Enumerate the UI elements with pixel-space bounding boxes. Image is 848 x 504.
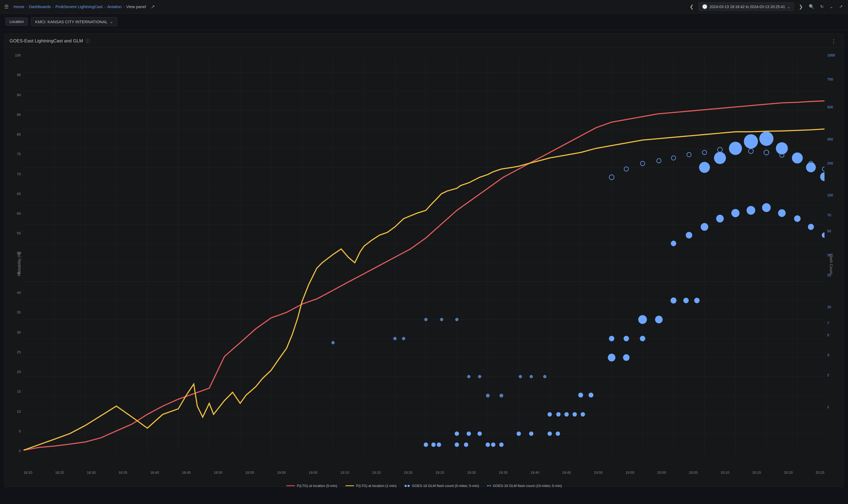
panel-menu-button[interactable]: ⋮	[829, 37, 838, 45]
glm-dot	[806, 162, 816, 172]
legend-red-label: P(LTG) at location (5-min)	[297, 484, 337, 488]
glm-dot	[794, 215, 800, 222]
glm-dot	[670, 298, 676, 303]
zoom-out-button[interactable]: 🔍	[808, 3, 815, 10]
glm-dot	[714, 152, 726, 164]
glm-dot-outline	[687, 152, 691, 157]
glm-dot	[393, 337, 396, 340]
glm-dot-outline	[657, 159, 661, 163]
legend-blue-5mi-label: GOES-16 GLM flash count (5-miles; 5-min)	[412, 484, 479, 488]
glm-dot	[556, 412, 561, 416]
time-range-dropdown-icon[interactable]: ⌄	[787, 5, 791, 9]
breadcrumb-aviation[interactable]: Aviation	[107, 4, 122, 9]
panel-title: GOES-East LightningCast and GLM	[10, 38, 83, 44]
chart-svg	[23, 53, 825, 453]
glm-dot	[747, 206, 755, 215]
nav-prev-button[interactable]: ❮	[689, 3, 695, 11]
glm-dot	[716, 215, 724, 222]
glm-dot	[671, 241, 676, 246]
glm-dot	[609, 336, 614, 341]
glm-dot	[729, 142, 742, 155]
legend-blue-dots-5mi: GOES-16 GLM flash count (5-miles; 5-min)	[405, 484, 479, 488]
glm-dot	[578, 393, 583, 397]
glm-dot	[694, 298, 700, 303]
glm-dot	[623, 354, 630, 361]
glm-dot	[486, 394, 490, 398]
topbar-right: ❮ 🕐 2024-03-13 18:16:42 to 2024-03-13 20…	[689, 2, 844, 11]
glm-dot	[477, 431, 482, 436]
legend-blue-dots-10mi: GOES-16 GLM flash count (10-miles; 5-min…	[487, 484, 562, 488]
glm-dot	[548, 412, 552, 416]
glm-dot	[699, 162, 710, 173]
glm-dot	[491, 443, 495, 447]
location-bar: Location KMCI: KANSAS CITY INTERNATIONAL…	[0, 14, 848, 30]
glm-dot	[588, 393, 594, 397]
legend-yellow-line: P(LTG) at location (1-min)	[346, 484, 396, 488]
breadcrumb-dashboards[interactable]: Dashboards	[29, 4, 51, 9]
glm-dot	[564, 412, 569, 416]
chevron-down-icon: ⌄	[110, 19, 113, 24]
chart-legend: P(LTG) at location (5-min) P(LTG) at loc…	[5, 481, 843, 493]
glm-dot	[684, 298, 689, 303]
fullscreen-button[interactable]: ↗	[838, 3, 844, 10]
glm-dot-outline	[748, 148, 754, 154]
chart-panel: GOES-East LightningCast and GLM ⓘ ⋮ 100 …	[4, 33, 844, 487]
glm-dot	[701, 223, 708, 231]
glm-dot	[548, 431, 552, 436]
legend-blue-10mi-label: GOES-16 GLM flash count (10-miles; 5-min…	[493, 484, 562, 488]
glm-dot	[731, 209, 739, 217]
glm-dot	[759, 131, 773, 146]
glm-dot	[623, 336, 629, 341]
refresh-button[interactable]: ↻	[819, 3, 825, 10]
legend-dot-swatch-outline	[487, 485, 491, 486]
glm-dot	[485, 443, 490, 447]
glm-dot	[655, 316, 662, 324]
clock-icon: 🕐	[702, 4, 707, 9]
time-range-label: 2024-03-13 18:16:42 to 2024-03-13 20:25:…	[710, 5, 785, 9]
glm-dot	[744, 134, 758, 148]
glm-dot	[822, 232, 825, 238]
glm-dot	[437, 443, 441, 447]
glm-dot	[464, 443, 468, 447]
glm-dot	[792, 152, 802, 163]
legend-yellow-line-swatch	[346, 485, 354, 486]
glm-dot	[581, 412, 585, 416]
glm-dot	[762, 203, 771, 212]
nav-next-button[interactable]: ❯	[798, 3, 804, 11]
glm-dot	[638, 315, 647, 324]
glm-dot	[808, 224, 814, 230]
share-icon[interactable]: ↗	[151, 4, 155, 10]
glm-dot	[640, 336, 645, 341]
y-axis-right: 1000 700 500 300 200 100 70 50 30 20 10 …	[825, 53, 843, 453]
glm-dot	[519, 375, 522, 378]
breadcrumb-home[interactable]: Home	[14, 4, 24, 9]
glm-dot	[455, 318, 459, 321]
glm-dot	[820, 172, 825, 181]
glm-dot-outline	[718, 147, 722, 152]
x-axis: 18:20 18:25 18:30 18:35 18:40 18:45 18:5…	[23, 470, 825, 474]
breadcrumb-probsevere[interactable]: ProbSevere LightningCast	[55, 4, 103, 9]
glm-dot	[455, 431, 459, 436]
glm-dot	[529, 431, 533, 436]
glm-dot	[530, 375, 533, 378]
glm-dot	[776, 142, 788, 155]
time-range[interactable]: 🕐 2024-03-13 18:16:42 to 2024-03-13 20:2…	[699, 2, 794, 11]
legend-dot-swatch-filled	[405, 485, 410, 487]
glm-dot	[517, 431, 521, 436]
menu-icon[interactable]: ☰	[4, 4, 8, 10]
y-axis-right-title: Flash Count	[829, 254, 833, 274]
info-icon[interactable]: ⓘ	[86, 39, 90, 44]
location-dropdown[interactable]: KMCI: KANSAS CITY INTERNATIONAL ⌄	[31, 17, 117, 26]
location-tab[interactable]: Location	[5, 18, 28, 26]
legend-yellow-label: P(LTG) at location (1-min)	[356, 484, 396, 488]
more-options-button[interactable]: ⌄	[829, 3, 834, 10]
glm-dot	[440, 318, 443, 321]
legend-red-line: P(LTG) at location (5-min)	[286, 484, 337, 488]
legend-red-line-swatch	[286, 485, 295, 486]
glm-dot	[467, 375, 471, 378]
glm-dot	[331, 341, 335, 344]
glm-dot	[478, 375, 481, 378]
chart-area: 100 95 90 85 80 75 70 65 60 55 50 45 40 …	[5, 48, 843, 480]
breadcrumb: Home › Dashboards › ProbSevere Lightning…	[14, 4, 146, 9]
breadcrumb-viewpanel: View panel	[126, 4, 146, 9]
